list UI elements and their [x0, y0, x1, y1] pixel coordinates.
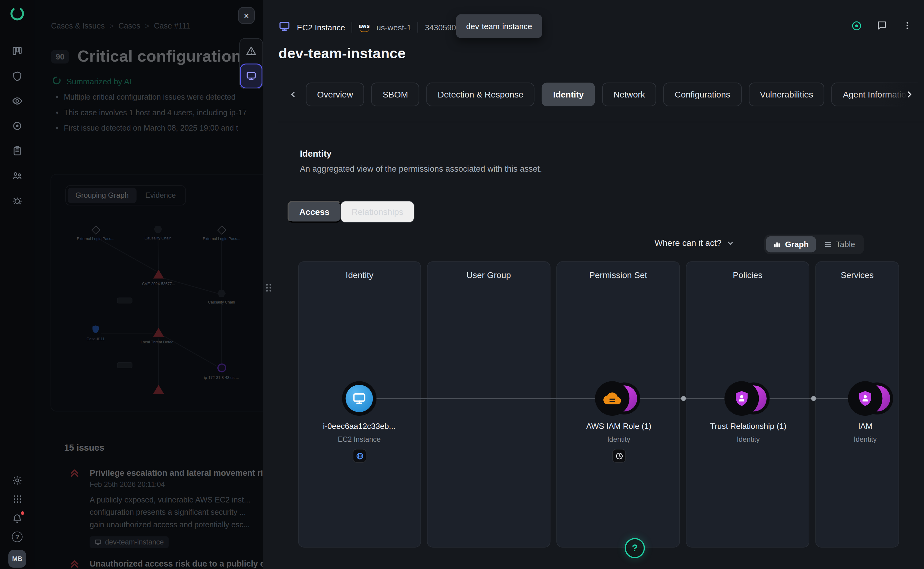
tabs-scroll-right-chevron-icon[interactable] [903, 88, 916, 101]
asset-type-monitor-icon [278, 20, 290, 34]
warning-triangle-icon [246, 46, 257, 56]
node-sublabel: Identity [800, 435, 924, 444]
divider [278, 122, 924, 122]
node-label: i-0eec6aa12c33eb... [294, 421, 425, 431]
tab-network[interactable]: Network [602, 82, 657, 106]
ec2-instance-node[interactable] [342, 381, 390, 416]
tab-configurations[interactable]: Configurations [663, 82, 742, 106]
column-user-group: User Group [427, 261, 550, 548]
asset-tab-bar: Overview SBOM Detection & Response Ident… [306, 82, 924, 106]
asset-type-label: EC2 Instance [297, 23, 345, 32]
aws-logo: aws [359, 23, 370, 32]
shield-icon[interactable] [12, 70, 23, 82]
view-table-option[interactable]: Table [817, 236, 862, 252]
tab-identity[interactable]: Identity [542, 82, 595, 106]
drawer-resize-handle[interactable] [266, 284, 271, 291]
bar-chart-icon [773, 240, 781, 248]
target-icon[interactable] [12, 120, 23, 131]
node-sublabel: EC2 Instance [294, 435, 425, 444]
region-label: us-west-1 [377, 23, 411, 32]
app-window: ? MB Cases & Issues > Cases > Case #111 … [0, 0, 924, 569]
tab-detection-response[interactable]: Detection & Response [426, 82, 535, 106]
purple-shield-icon [856, 389, 874, 408]
node-label: AWS IAM Role (1) [553, 421, 684, 431]
help-icon[interactable]: ? [12, 532, 23, 542]
aws-iam-role-node[interactable] [595, 381, 643, 416]
kebab-menu-icon[interactable] [901, 20, 913, 32]
tab-overview[interactable]: Overview [306, 82, 365, 106]
bug-icon[interactable] [12, 195, 23, 206]
divider [352, 22, 352, 33]
notifications-bell-icon[interactable] [12, 513, 23, 524]
iam-service-node[interactable] [848, 381, 895, 416]
close-button[interactable]: × [238, 7, 255, 24]
tab-sbom[interactable]: SBOM [371, 82, 419, 106]
divider [418, 22, 418, 33]
chat-icon[interactable] [876, 20, 888, 32]
notification-dot [21, 511, 24, 515]
drawer-side-tabs [239, 38, 263, 89]
settings-gear-icon[interactable] [12, 475, 23, 486]
clipboard-icon[interactable] [12, 145, 23, 156]
node-sublabel: Identity [683, 435, 814, 444]
monitor-icon [246, 71, 257, 82]
asset-side-tab[interactable] [240, 64, 263, 88]
apps-grid-icon[interactable] [12, 494, 23, 505]
identity-section-heading: Identity [300, 148, 331, 158]
asset-title: dev-team-instance [278, 45, 406, 62]
table-list-icon [824, 240, 832, 248]
boards-icon[interactable] [12, 45, 23, 56]
node-label: IAM [800, 421, 924, 431]
clock-badge-icon [612, 449, 626, 463]
monitor-icon [352, 391, 366, 405]
tabs-scroll-left-chevron-icon[interactable] [287, 88, 300, 101]
tab-vulnerabilities[interactable]: Vulnerabilities [749, 82, 824, 106]
graph-table-toggle: Graph Table [764, 234, 864, 254]
org-icon[interactable] [12, 170, 23, 181]
eye-icon[interactable] [12, 95, 23, 106]
asset-drawer: EC2 Instance aws us-west-1 343059098 dev… [263, 0, 924, 569]
identity-section-subtitle: An aggregated view of the permissions as… [300, 164, 542, 173]
where-can-it-act-label: Where can it act? [655, 238, 722, 248]
aws-cloud-icon [603, 389, 621, 408]
scan-radar-icon[interactable] [850, 20, 862, 32]
user-avatar[interactable]: MB [8, 550, 26, 568]
orca-logo [9, 6, 25, 21]
globe-badge-icon [353, 449, 367, 463]
asset-name-tooltip: dev-team-instance [456, 14, 542, 38]
alerts-side-tab[interactable] [240, 39, 263, 64]
node-label: Trust Relationship (1) [683, 421, 814, 431]
node-sublabel: Identity [553, 435, 684, 444]
trust-relationship-node[interactable] [725, 381, 772, 416]
help-button[interactable]: ? [625, 538, 645, 558]
access-button[interactable]: Access [287, 201, 342, 223]
connection-dot [681, 396, 686, 401]
connection-dot [811, 396, 816, 401]
relationships-button[interactable]: Relationships [340, 201, 415, 223]
chevron-down-icon [727, 239, 734, 246]
view-graph-option[interactable]: Graph [766, 236, 816, 252]
where-can-it-act-dropdown[interactable]: Where can it act? [655, 238, 734, 248]
app-sidebar: ? MB [0, 0, 34, 569]
purple-shield-icon [733, 389, 751, 408]
